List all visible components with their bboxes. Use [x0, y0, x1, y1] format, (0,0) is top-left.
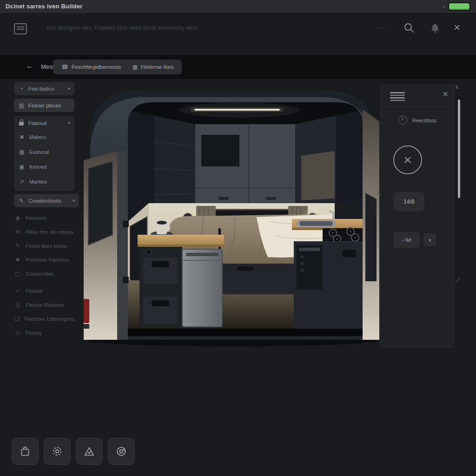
chevron-down-icon: ▾: [68, 86, 70, 91]
header-subtitle: Ilult deurgleo nes, Fotalies rtlot seen …: [46, 25, 198, 31]
pencil-icon: ✎: [18, 198, 25, 204]
tools-icon: ✖: [19, 134, 25, 140]
document-icon: ❏: [14, 316, 20, 322]
wallet-icon: ▦: [19, 149, 25, 155]
titlebar: Dcinet sarres iven Builder ▾: [0, 0, 476, 13]
timer-row: Reecrjtlass: [398, 116, 436, 125]
sidebar-item-makeru[interactable]: ✖ Makeru: [14, 130, 74, 145]
triangle-check-icon: [83, 445, 95, 457]
shop-button[interactable]: [12, 438, 39, 465]
sidebar-item-ropana[interactable]: ✉ Fleao tber ab ropana: [14, 225, 74, 239]
chevron-down-icon: ▾: [68, 120, 70, 126]
notification-bell-icon[interactable]: [429, 21, 442, 34]
strip-close-icon[interactable]: x: [456, 84, 458, 90]
frame-icon: ▣: [19, 164, 25, 170]
target-icon: ◎: [14, 302, 21, 308]
titlebar-caret-icon[interactable]: ▾: [443, 0, 445, 13]
tool-segment-group: ☎ Feschfergidbermosis ▦ Fleterrse Ibes: [53, 60, 182, 74]
resize-handle-icon[interactable]: [455, 278, 460, 284]
timer-label: Reecrjtlass: [412, 118, 436, 123]
lock-icon: [18, 119, 25, 127]
sidebar-item-ltsteosgnes[interactable]: ❏ Flactares Ltsteosgnes: [14, 312, 74, 326]
panel-side-note: 1405: [377, 189, 380, 197]
properties-panel: × Reecrjtlass × 14/8 ‹ 6d ▾ 1405: [380, 85, 454, 347]
dropdown-button[interactable]: ▾: [423, 233, 436, 246]
sidebar-item-coceeoctles[interactable]: ▢ Coceeoctles: [14, 267, 74, 281]
sidebar-item-eastvoal[interactable]: ▦ Eastvoal: [14, 145, 74, 159]
back-icon[interactable]: ←: [26, 61, 34, 71]
dot-icon: ⊙: [14, 330, 21, 336]
panel-menu-icon[interactable]: [390, 92, 405, 102]
settings-button[interactable]: [44, 438, 71, 465]
panel-divider: [381, 106, 454, 107]
toolbar: ← Mest ☎ Feschfergidbermosis ▦ Fleterrse…: [0, 55, 476, 79]
sidebar-item-kerived[interactable]: ▣ Kerived: [14, 159, 74, 174]
battery-indicator: [449, 3, 469, 10]
sidebar-item-marities[interactable]: ↗ Marities: [14, 174, 74, 189]
chevron-down-icon: ▾: [73, 198, 75, 203]
sidebar-item-pieces[interactable]: ▤ Feaner pteces: [14, 99, 74, 112]
sidebar-item-besso[interactable]: ✎ Flonet daes besso: [14, 239, 74, 253]
menu-icon[interactable]: [14, 23, 27, 34]
gear-icon: [51, 445, 63, 457]
shopping-bag-icon: [19, 445, 31, 457]
duration-button[interactable]: ‹ 6d: [394, 232, 420, 248]
van-render: [84, 81, 381, 346]
segment-button-2[interactable]: ▦ Fleterrse Ibes: [127, 60, 179, 74]
sidebar-item-feveoots[interactable]: ◉ Feveoots: [14, 211, 74, 225]
cancel-circle-button[interactable]: ×: [393, 145, 422, 174]
mail-icon: ✉: [14, 229, 21, 235]
sidebar: ◔ Feis ttadics ▾ ▤ Feaner pteces Flatiou…: [14, 82, 74, 340]
van-viewport[interactable]: [84, 81, 381, 346]
segment-button-1[interactable]: ☎ Feschfergidbermosis: [56, 60, 127, 74]
panel-close-icon[interactable]: ×: [443, 89, 448, 99]
header: Ilult deurgleo nes, Fotalies rtlot seen …: [0, 18, 476, 39]
sidebar-item-fleeste[interactable]: ✓ Fleeste: [14, 284, 74, 298]
dock: [12, 438, 135, 465]
sidebar-group: Flatioud ▾ ✖ Makeru ▦ Eastvoal ▣ Kerived…: [14, 116, 74, 191]
sidebar-item-farmeos[interactable]: ✱ Polemser Farmeos: [14, 253, 74, 267]
mode-label: Mest: [41, 63, 54, 70]
vertical-scrollbar[interactable]: [458, 99, 460, 198]
segment-label: Fleterrse Ibes: [141, 64, 173, 70]
sidebar-item-rastows[interactable]: ◎ Fllorpte Rastows: [14, 298, 74, 312]
value-button[interactable]: 14/8: [394, 192, 424, 212]
image-icon: ▤: [18, 102, 25, 109]
sidebar-item-history[interactable]: ◔ Feis ttadics ▾: [14, 82, 74, 95]
search-icon[interactable]: [403, 21, 416, 34]
asterisk-icon: ✱: [14, 257, 21, 263]
sidebar-item-florteg[interactable]: ⊙ Florteg: [14, 326, 74, 340]
badge-icon: ◉: [14, 215, 21, 221]
check-icon: ✓: [14, 288, 21, 294]
sidebar-dropdown[interactable]: ✎ Covedorolouds ▾: [14, 194, 79, 207]
clock-icon: ◔: [18, 86, 25, 92]
target-icon: [115, 445, 127, 457]
clock-icon: [398, 116, 407, 125]
chart-icon: ↗: [19, 178, 25, 185]
close-icon[interactable]: ×: [454, 20, 460, 34]
sidebar-item-locked[interactable]: Flatioud ▾: [14, 116, 74, 130]
pen-icon: ✎: [14, 243, 21, 249]
segment-label: Feschfergidbermosis: [72, 64, 121, 70]
layers-icon: ▦: [132, 64, 138, 70]
app-title: Dcinet sarres iven Builder: [6, 0, 83, 13]
alerts-button[interactable]: [76, 438, 103, 465]
square-icon: ▢: [14, 271, 21, 277]
more-options-icon[interactable]: ···: [378, 23, 388, 31]
phone-tool-icon: ☎: [61, 64, 68, 70]
record-button[interactable]: [108, 438, 135, 465]
